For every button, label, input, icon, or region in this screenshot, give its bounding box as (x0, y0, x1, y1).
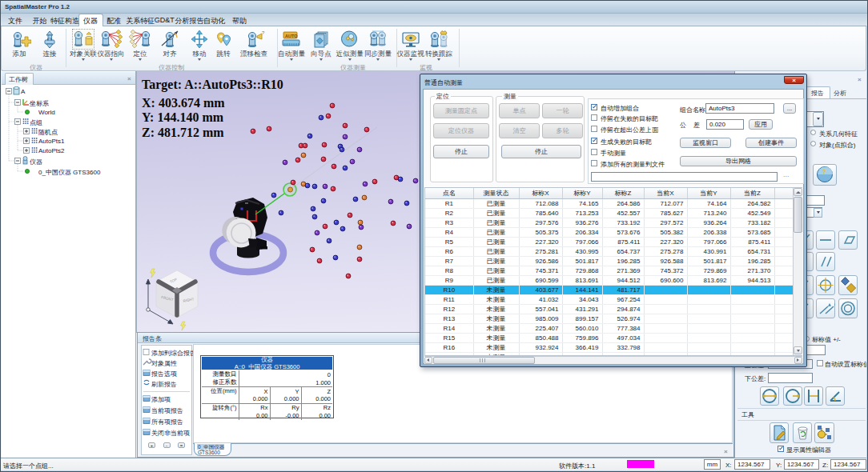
svg-text:?: ? (262, 30, 265, 35)
svg-text:?: ? (822, 168, 826, 175)
svg-text:AUTO: AUTO (285, 34, 298, 38)
